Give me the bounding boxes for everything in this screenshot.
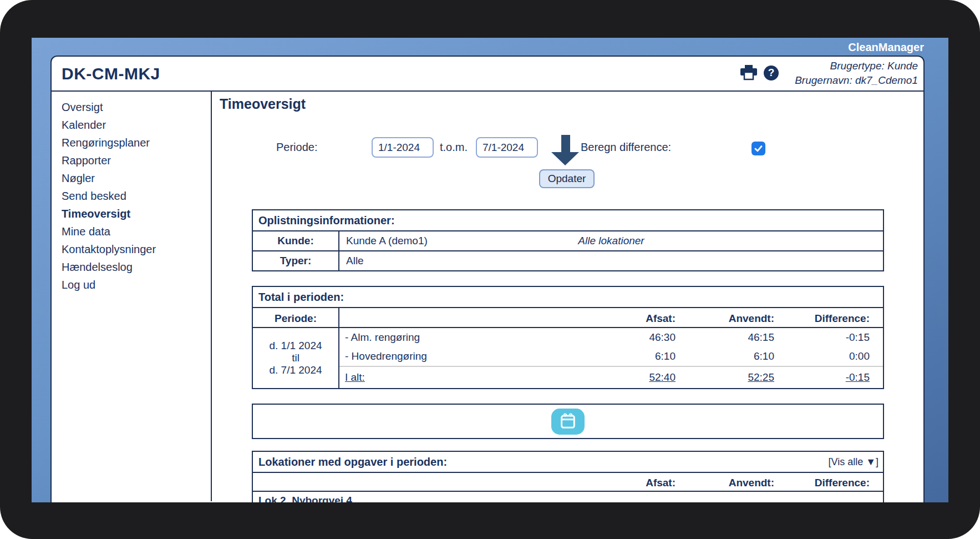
total-table-body: d. 1/1 2024 til d. 7/1 2024 - Alm. rengø… bbox=[253, 328, 883, 388]
arrow-down-icon bbox=[551, 135, 580, 165]
brand-text: CleanManager bbox=[848, 41, 924, 54]
afsat-value: 46:30 bbox=[590, 331, 689, 344]
user-info: Brugertype: Kunde Brugernavn: dk7_Cdemo1 bbox=[795, 59, 918, 88]
afsat-column-header: Afsat: bbox=[590, 473, 689, 493]
periode-label: Periode: bbox=[276, 137, 318, 158]
info-table: Oplistningsinformationer: Kunde: Kunde A… bbox=[252, 209, 884, 271]
help-icon[interactable]: ? bbox=[764, 66, 779, 80]
user-name: Brugernavn: dk7_Cdemo1 bbox=[795, 73, 918, 88]
calendar-button[interactable] bbox=[551, 409, 585, 435]
lokationer-note: Alle lokationer bbox=[578, 235, 644, 247]
vis-alle-toggle[interactable]: [Vis alle ▼] bbox=[828, 456, 879, 468]
sidebar-item-kalender[interactable]: Kalender bbox=[62, 116, 211, 134]
difference-column-header: Difference: bbox=[788, 308, 883, 329]
locations-table: Lokationer med opgaver i perioden: [Vis … bbox=[252, 451, 884, 502]
user-type: Brugertype: Kunde bbox=[795, 59, 918, 73]
range-separator-label: t.o.m. bbox=[440, 137, 468, 158]
table-row: - Hovedrengøring 6:10 6:10 0:00 bbox=[339, 347, 883, 366]
sidebar-item-nogler[interactable]: Nøgler bbox=[62, 169, 211, 187]
sidebar-item-mine-data[interactable]: Mine data bbox=[62, 223, 211, 240]
app-title: DK-CM-MKJ bbox=[62, 64, 160, 83]
page-background: CleanManager DK-CM-MKJ ? Brugertype: Kun… bbox=[32, 38, 948, 502]
anvendt-column-header: Anvendt: bbox=[689, 308, 788, 329]
anvendt-value: 46:15 bbox=[689, 331, 788, 344]
header-icons: ? bbox=[740, 65, 779, 80]
sidebar-item-haendelseslog[interactable]: Hændelseslog bbox=[62, 258, 211, 276]
sidebar-item-log-ud[interactable]: Log ud bbox=[62, 276, 211, 294]
total-label: I alt: bbox=[339, 371, 590, 384]
typer-value-cell: Alle bbox=[339, 251, 883, 270]
table-row: - Alm. rengøring 46:30 46:15 -0:15 bbox=[339, 328, 883, 347]
typer-label: Typer: bbox=[253, 251, 339, 270]
calendar-button-box bbox=[252, 404, 884, 439]
locations-table-title: Lokationer med opgaver i perioden: bbox=[258, 456, 447, 469]
total-row: I alt: 52:40 52:25 -0:15 bbox=[339, 366, 883, 388]
app-header: DK-CM-MKJ ? Brugertype: Kunde Brugernavn… bbox=[52, 57, 923, 92]
app-window: DK-CM-MKJ ? Brugertype: Kunde Brugernavn… bbox=[50, 56, 925, 502]
afsat-column-header: Afsat: bbox=[590, 308, 689, 329]
sidebar-item-rengoringsplaner[interactable]: Rengøringsplaner bbox=[62, 134, 211, 152]
calendar-icon bbox=[558, 412, 578, 430]
print-icon[interactable] bbox=[740, 65, 757, 80]
sidebar-item-send-besked[interactable]: Send besked bbox=[62, 187, 211, 205]
period-range-cell: d. 1/1 2024 til d. 7/1 2024 bbox=[253, 328, 339, 388]
period-column-header: Periode: bbox=[253, 308, 339, 329]
beregn-difference-label: Beregn difference: bbox=[581, 137, 671, 158]
kunde-label: Kunde: bbox=[253, 231, 339, 250]
afsat-value: 6:10 bbox=[590, 350, 689, 362]
locations-table-header: Afsat: Anvendt: Difference: bbox=[253, 472, 883, 492]
difference-column-header: Difference: bbox=[788, 473, 883, 493]
typer-value: Alle bbox=[346, 255, 364, 266]
sidebar-item-rapporter[interactable]: Rapporter bbox=[62, 152, 211, 169]
difference-value: -0:15 bbox=[788, 331, 883, 344]
period-til-line: til bbox=[292, 352, 299, 364]
opdater-button[interactable]: Opdater bbox=[539, 169, 595, 188]
location-name: Lok 2, Nyborgvej 4 bbox=[258, 495, 352, 502]
sidebar-item-oversigt[interactable]: Oversigt bbox=[62, 98, 211, 116]
difference-value: 0:00 bbox=[788, 350, 883, 362]
info-table-title: Oplistningsinformationer: bbox=[253, 210, 883, 230]
sidebar-item-kontaktoplysninger[interactable]: Kontaktoplysninger bbox=[62, 240, 211, 258]
period-from-line: d. 1/1 2024 bbox=[269, 340, 322, 352]
total-table-header: Periode: Afsat: Anvendt: Difference: bbox=[253, 307, 883, 328]
main-content: Timeoversigt Periode: t.o.m. Beregn diff… bbox=[212, 92, 923, 501]
difference-total: -0:15 bbox=[788, 371, 883, 384]
checkmark-icon bbox=[753, 143, 764, 154]
anvendt-value: 6:10 bbox=[689, 350, 788, 362]
task-type-name: - Alm. rengøring bbox=[339, 331, 590, 344]
page-title: Timeoversigt bbox=[220, 96, 306, 112]
total-table-title: Total i perioden: bbox=[253, 287, 883, 307]
anvendt-total: 52:25 bbox=[689, 371, 788, 384]
kunde-value-cell: Kunde A (demo1) Alle lokationer bbox=[339, 231, 883, 250]
period-to-line: d. 7/1 2024 bbox=[269, 364, 322, 376]
task-type-name: - Hovedrengøring bbox=[339, 350, 590, 362]
kunde-value: Kunde A (demo1) bbox=[346, 235, 428, 246]
location-row: Lok 2, Nyborgvej 4 bbox=[253, 492, 883, 502]
beregn-difference-checkbox[interactable] bbox=[751, 142, 765, 155]
total-table: Total i perioden: Periode: Afsat: Anvend… bbox=[252, 286, 884, 389]
table-row: Typer: Alle bbox=[253, 250, 883, 270]
sidebar: Oversigt Kalender Rengøringsplaner Rappo… bbox=[52, 92, 211, 501]
anvendt-column-header: Anvendt: bbox=[689, 473, 788, 493]
screenshot-frame: CleanManager DK-CM-MKJ ? Brugertype: Kun… bbox=[0, 0, 980, 539]
period-to-input[interactable] bbox=[476, 137, 538, 158]
table-row: Kunde: Kunde A (demo1) Alle lokationer bbox=[253, 230, 883, 250]
sidebar-item-timeoversigt[interactable]: Timeoversigt bbox=[62, 205, 211, 223]
locations-table-titlebar: Lokationer med opgaver i perioden: [Vis … bbox=[253, 452, 883, 472]
period-from-input[interactable] bbox=[372, 137, 434, 158]
afsat-total: 52:40 bbox=[590, 371, 689, 384]
